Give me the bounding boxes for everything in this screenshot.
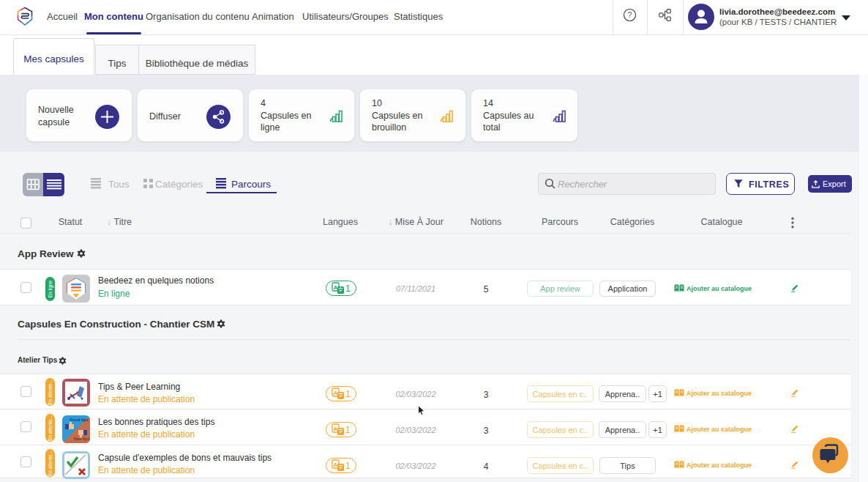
svg-text:A: A [334,390,338,396]
svg-text:A: A [334,284,338,291]
svg-text:A: A [334,461,338,468]
svg-text:Good tips: Good tips [70,418,89,422]
svg-text:A: A [334,426,338,432]
svg-text:?: ? [628,11,632,19]
